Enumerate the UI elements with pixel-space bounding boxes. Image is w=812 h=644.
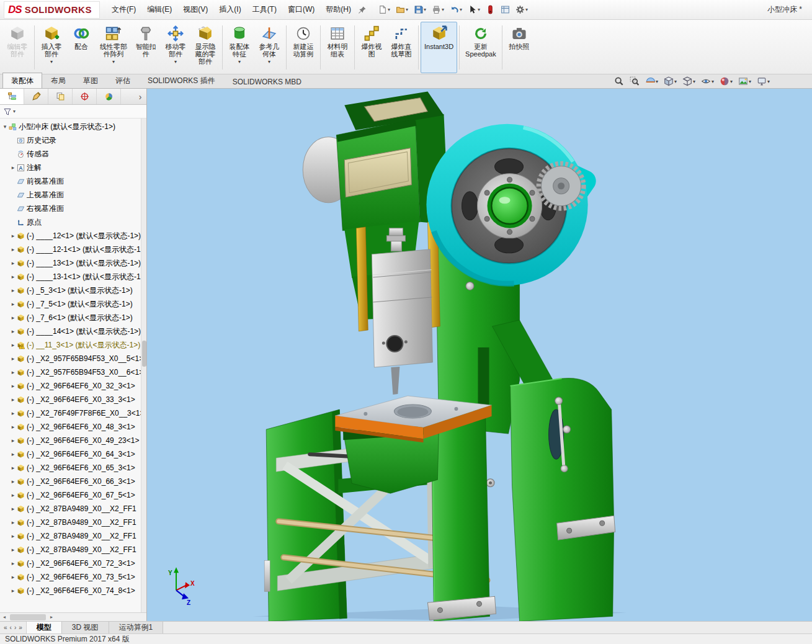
tree-item[interactable]: 原点 <box>0 215 141 229</box>
tree-item[interactable]: ▸(-) _5_3<1> (默认<显示状态-1>) <box>0 284 141 297</box>
tree-item[interactable]: ▸(-) _7_6<1> (默认<显示状态-1>) <box>0 311 141 324</box>
tree-item[interactable]: ▸(-) _X2_96F64EF6_X0_66_3<1> <box>0 475 141 488</box>
expander-icon[interactable]: ▸ <box>9 369 17 375</box>
menu-窗口W[interactable]: 窗口(W) <box>282 1 320 18</box>
menu-文件F[interactable]: 文件(F) <box>106 1 141 18</box>
ram-assembly-group[interactable] <box>344 221 440 395</box>
tree-item[interactable]: ▸(-) _X2_96F64EF6_X0_65_3<1> <box>0 461 141 475</box>
expander-icon[interactable]: ▸ <box>9 492 17 498</box>
tab-nav-arrow-2[interactable]: › <box>14 624 16 631</box>
tree-item[interactable]: ▸(-) _X2_76F49F7F8F6E_X0__3<1> <box>0 406 141 420</box>
doc-tab-运动算例1[interactable]: 运动算例1 <box>109 622 164 633</box>
expander-icon[interactable]: ▸ <box>9 342 17 348</box>
linear-component-pattern-button[interactable]: 线性零部件阵列▾ <box>96 22 131 73</box>
display-style-button[interactable]: ▾ <box>682 76 695 86</box>
tab-nav-arrow-3[interactable]: » <box>19 624 22 631</box>
exploded-view-button[interactable]: 爆炸视图 <box>357 22 386 73</box>
expander-icon[interactable]: ▸ <box>9 533 17 539</box>
expander-icon[interactable]: ▸ <box>9 424 17 430</box>
task-pane-button[interactable] <box>498 3 512 16</box>
pin-icon[interactable] <box>358 6 367 14</box>
tree-item[interactable]: ▸(-) _X2_87BA9489_X0__X2_FF1 <box>0 529 141 543</box>
dropdown-arrow-icon[interactable]: ▾ <box>442 7 444 12</box>
tab-装配体[interactable]: 装配体 <box>2 73 42 88</box>
tree-item[interactable]: 传感器 <box>0 147 141 161</box>
tab-SOLIDWORKS 插件[interactable]: SOLIDWORKS 插件 <box>139 73 224 88</box>
tree-item[interactable]: 前视基准面 <box>0 174 141 188</box>
zoom-area-button[interactable] <box>630 76 640 86</box>
tree-item[interactable]: ▸(-) ____12<1> (默认<显示状态-1>) <box>0 229 141 243</box>
expander-icon[interactable]: ▸ <box>9 506 17 512</box>
print-button[interactable]: ▾ <box>429 3 447 16</box>
tab-布局[interactable]: 布局 <box>42 73 74 88</box>
tree-item[interactable]: ▸(-) _X2_87BA9489_X0__X2_FF1 <box>0 516 141 529</box>
tree-item[interactable]: ▸(-) ____12-1<1> (默认<显示状态-1>) <box>0 243 141 256</box>
tree-item[interactable]: ▸(-) _X2_87BA9489_X0__X2_FF1 <box>0 543 141 557</box>
dropdown-arrow-icon[interactable]: ▾ <box>174 58 177 66</box>
scroll-right-arrow-icon[interactable]: ▸ <box>47 614 56 620</box>
tree-scrollbar[interactable] <box>141 119 146 612</box>
dropdown-arrow-icon[interactable]: ▾ <box>674 79 677 84</box>
tree-item[interactable]: ▾小型冲床 (默认<显示状态-1>) <box>0 120 141 133</box>
dropdown-arrow-icon[interactable]: ▾ <box>730 79 733 84</box>
move-component-button[interactable]: 移动零部件▾ <box>161 22 190 73</box>
doc-tab-模型[interactable]: 模型 <box>27 622 62 633</box>
tree-item[interactable]: ▸A注解 <box>0 161 141 174</box>
show-hidden-components-button[interactable]: 显示隐藏的零部件 <box>190 22 220 73</box>
dropdown-arrow-icon[interactable]: ▾ <box>388 7 390 12</box>
edit-component-button[interactable]: 编辑零部件 <box>2 22 32 73</box>
expander-icon[interactable]: ▸ <box>9 301 17 307</box>
menu-插入I[interactable]: 插入(I) <box>213 1 246 18</box>
tree-item[interactable]: ▸(-) ____14<1> (默认<显示状态-1>) <box>0 324 141 338</box>
view-orientation-button[interactable]: ▾ <box>664 76 677 86</box>
expander-icon[interactable]: ▸ <box>9 274 17 280</box>
tree-item[interactable]: 上视基准面 <box>0 188 141 202</box>
tree-item[interactable]: ▸(-) _X2_96F64EF6_X0_48_3<1> <box>0 420 141 434</box>
tree-item[interactable]: ▸(-) ____13-1<1> (默认<显示状态-1>) <box>0 270 141 284</box>
select-button[interactable]: ▾ <box>465 3 483 16</box>
graphics-area[interactable]: Y X Z <box>147 89 812 621</box>
dropdown-arrow-icon[interactable]: ▾ <box>238 58 241 66</box>
save-button[interactable]: ▾ <box>411 3 429 16</box>
dropdown-arrow-icon[interactable]: ▾ <box>749 79 751 84</box>
displaymanager-tab[interactable] <box>97 89 121 104</box>
expander-icon[interactable]: ▸ <box>9 315 17 321</box>
tab-nav-arrow-0[interactable]: « <box>4 624 7 631</box>
tree-item[interactable]: ▸(-) __11_3<1> (默认<显示状态-1>) <box>0 338 141 352</box>
doc-tab-3D 视图[interactable]: 3D 视图 <box>62 622 109 633</box>
dropdown-arrow-icon[interactable]: ▾ <box>656 79 658 84</box>
bom-button[interactable]: 材料明细表 <box>323 22 352 73</box>
hide-show-items-button[interactable]: ▾ <box>701 76 714 86</box>
scroll-left-arrow-icon[interactable]: ◂ <box>0 614 9 620</box>
tab-nav-arrow-1[interactable]: ‹ <box>10 624 12 631</box>
apply-scene-button[interactable]: ▾ <box>738 76 751 86</box>
model-3d-view[interactable]: Y X Z <box>147 89 812 621</box>
tree-item[interactable]: 历史记录 <box>0 133 141 147</box>
section-view-button[interactable]: ▾ <box>645 76 658 86</box>
expander-icon[interactable]: ▸ <box>9 465 17 471</box>
insert-component-button[interactable]: 插入零部件▾ <box>37 22 66 73</box>
dropdown-arrow-icon[interactable]: ▾ <box>268 58 270 66</box>
tree-item[interactable]: ▸(-) _X2_96F64EF6_X0_49_23<1> <box>0 434 141 447</box>
expander-icon[interactable]: ▸ <box>9 478 17 485</box>
tree-item[interactable]: ▸(-) _X2_96F64EF6_X0_74_8<1> <box>0 584 141 597</box>
dropdown-arrow-icon[interactable]: ▾ <box>767 79 770 84</box>
undo-button[interactable]: ▾ <box>447 3 465 16</box>
mate-button[interactable]: 配合 <box>66 22 96 73</box>
dropdown-arrow-icon[interactable]: ▾ <box>50 58 53 66</box>
dimxpertmanager-tab[interactable] <box>73 89 97 104</box>
expander-icon[interactable]: ▸ <box>9 519 17 525</box>
dropdown-arrow-icon[interactable]: ▾ <box>693 79 695 84</box>
dropdown-arrow-icon[interactable]: ▾ <box>424 7 426 12</box>
view-settings-button[interactable]: ▾ <box>757 76 770 86</box>
tab-评估[interactable]: 评估 <box>107 73 139 88</box>
tree-item[interactable]: ▸(-) ____13<1> (默认<显示状态-1>) <box>0 256 141 270</box>
expander-icon[interactable]: ▸ <box>9 287 17 293</box>
resource-monitor-button[interactable] <box>483 3 497 16</box>
explode-line-sketch-button[interactable]: 爆炸直线草图 <box>386 22 416 73</box>
instant3d-button[interactable]: Instant3D <box>421 22 457 73</box>
featuremanager-tab[interactable] <box>0 89 24 104</box>
expander-icon[interactable]: ▸ <box>9 560 17 566</box>
expander-icon[interactable]: ▸ <box>9 164 17 171</box>
dropdown-arrow-icon[interactable]: ▾ <box>525 7 528 12</box>
